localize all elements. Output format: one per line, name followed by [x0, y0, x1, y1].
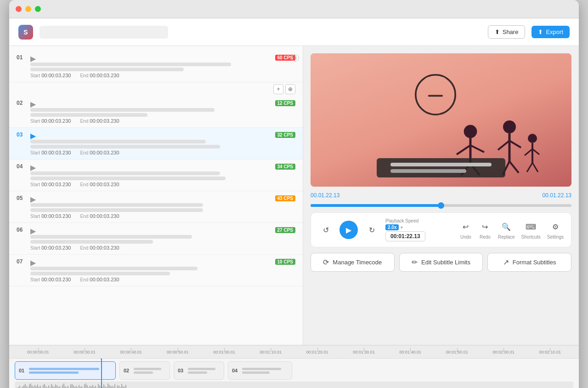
settings-button[interactable]: ⚙ Settings — [547, 221, 564, 240]
timecode-left: 00.01.22.13 — [311, 192, 339, 199]
undo-button[interactable]: ↩ Undo — [459, 221, 472, 240]
clip-line — [242, 368, 281, 370]
subtitle-play-icon[interactable]: ▶ — [30, 258, 37, 265]
close-button[interactable] — [16, 6, 22, 12]
timeline-tracks[interactable]: 01 02 03 04 — [9, 359, 579, 388]
subtitle-play-icon[interactable]: ▶ — [30, 163, 37, 170]
video-progress-bar[interactable] — [311, 204, 571, 207]
undo-icon: ↩ — [459, 221, 472, 234]
minimize-button[interactable] — [25, 6, 31, 12]
redo-button[interactable]: ↪ Redo — [479, 221, 492, 240]
waveform-bar — [112, 386, 113, 388]
manage-timecode-button[interactable]: ⟳ Manage Timecode — [311, 253, 395, 272]
subtitle-item-05[interactable]: 05 ▶ 43 CPS Start 00:00:03.230 End 00:00… — [9, 191, 303, 223]
subtitle-play-icon[interactable]: ▶ — [30, 227, 37, 233]
waveform-bar — [123, 386, 124, 388]
svg-line-19 — [532, 163, 538, 172]
subtitle-close-button[interactable]: ✕ — [292, 54, 299, 62]
edit-subtitle-limits-button[interactable]: ✏ Edit Subtitle Limits — [399, 253, 483, 272]
subtitle-play-icon[interactable]: ▶ — [30, 131, 37, 138]
subtitle-item-03[interactable]: 03 ▶ 32 CPS Start 00:00:03.230 End 00:00… — [9, 128, 303, 160]
subtitle-item-02[interactable]: 02 ▶ 12 CPS Start 00:00:03.230 End 00:00… — [9, 96, 303, 128]
timeline-clip-04[interactable]: 04 — [228, 361, 292, 380]
waveform-bar — [33, 387, 34, 388]
video-panel: 00.01.22.13 00.01.22.13 ↺ ▶ ↻ Playback S… — [303, 46, 579, 345]
subtitle-play-icon[interactable]: ▶ — [30, 195, 37, 201]
subtitle-num: 07 — [17, 258, 27, 265]
format-subtitles-button[interactable]: ↗ Format Subtitles — [487, 253, 571, 272]
waveform-bar — [109, 385, 110, 388]
waveform-bar — [76, 386, 77, 388]
subtitle-item-04[interactable]: 04 ▶ 34 CPS Start 00:00:03.230 End 00:00… — [9, 160, 303, 191]
subtitle-play-icon[interactable]: ▶ — [30, 54, 37, 61]
play-button[interactable]: ▶ — [339, 221, 358, 239]
subtitle-overlay-line1 — [390, 163, 492, 166]
ruler-mark: 00:01:20.01 — [294, 350, 340, 354]
redo-icon: ↪ — [479, 221, 492, 234]
progress-thumb[interactable] — [438, 202, 444, 209]
timeline-clip-02[interactable]: 02 — [119, 361, 170, 380]
ruler-mark: 00:01:10.01 — [248, 350, 294, 354]
ruler-mark: 00:02:10.01 — [527, 350, 573, 354]
add-after-button[interactable]: ⊕ — [285, 84, 295, 94]
add-before-button[interactable]: + — [273, 84, 283, 94]
speed-badge: 2.0x — [385, 224, 399, 230]
subtitle-text-line1 — [30, 108, 215, 112]
redo-label: Redo — [480, 234, 491, 240]
waveform-bar — [90, 386, 90, 388]
export-button[interactable]: ⬆ Export — [531, 26, 570, 38]
waveform-bar — [70, 384, 71, 388]
waveform-bar — [59, 386, 60, 388]
clip-line — [134, 371, 153, 374]
subtitle-num: 02 — [17, 100, 27, 106]
end-label: End 00:00:03.230 — [80, 118, 119, 124]
cps-badge: 12 CPS — [275, 100, 295, 106]
subtitle-item-07[interactable]: 07 ▶ 10 CPS Start 00:00:03.230 End 00:00… — [9, 255, 303, 286]
subtitle-text-line2 — [30, 240, 153, 244]
replace-label: Replace — [498, 234, 515, 240]
clip-line — [134, 368, 161, 370]
maximize-button[interactable] — [35, 6, 41, 12]
subtitle-play-icon[interactable]: ▶ — [30, 100, 37, 106]
subtitle-text-line2 — [30, 177, 226, 180]
project-title[interactable] — [40, 26, 168, 39]
timecode-icon: ⟳ — [323, 258, 329, 267]
shortcuts-button[interactable]: ⌨ Shortcuts — [521, 221, 541, 240]
subtitle-text-line1 — [30, 203, 203, 207]
subtitle-item-06[interactable]: 06 ▶ 27 CPS Start 00:00:03.230 End 00:00… — [9, 223, 303, 255]
waveform-bar — [43, 385, 44, 388]
edit-subtitle-limits-label: Edit Subtitle Limits — [421, 259, 470, 266]
subtitle-text-line2 — [30, 145, 220, 148]
ruler-mark: 00:01:00.01 — [201, 350, 247, 354]
subtitle-panel[interactable]: 01 ▶ 60 CPS ✕ Start 00:00:03.230 End 00:… — [9, 46, 303, 345]
rewind-button[interactable]: ↺ — [318, 223, 333, 237]
svg-line-4 — [457, 145, 470, 154]
video-container — [311, 53, 571, 187]
waveform-bar — [91, 386, 92, 388]
waveform-bar — [48, 385, 49, 388]
subtitle-item-01[interactable]: 01 ▶ 60 CPS ✕ Start 00:00:03.230 End 00:… — [9, 51, 303, 82]
end-label: End 00:00:03.230 — [80, 182, 119, 187]
timeline-playhead[interactable] — [101, 359, 102, 388]
timecode-row: Start 00:00:03.230 End 00:00:03.230 — [30, 182, 295, 187]
timeline-clip-01[interactable]: 01 — [15, 361, 116, 380]
ruler-mark: 00:00:40.01 — [108, 350, 154, 354]
progress-fill — [311, 204, 441, 207]
share-button[interactable]: ⬆ Share — [488, 25, 526, 39]
ruler-mark: 00:01:30.01 — [340, 350, 387, 354]
replace-button[interactable]: 🔍 Replace — [498, 221, 515, 240]
waveform-bar — [23, 385, 24, 388]
share-icon: ⬆ — [495, 29, 500, 35]
clip-num: 04 — [232, 368, 239, 373]
timeline-clip-03[interactable]: 03 — [174, 361, 224, 380]
svg-line-13 — [509, 161, 519, 173]
forward-button[interactable]: ↻ — [364, 223, 379, 237]
waveform-bar — [85, 383, 86, 388]
waveform-bar — [32, 385, 33, 388]
svg-point-14 — [528, 134, 537, 143]
manage-timecode-label: Manage Timecode — [333, 259, 382, 266]
timecode-row: Start 00:00:03.230 End 00:00:03.230 — [30, 150, 295, 155]
svg-line-18 — [527, 163, 532, 172]
clip-lines — [242, 368, 288, 374]
cps-badge: 34 CPS — [275, 164, 295, 170]
